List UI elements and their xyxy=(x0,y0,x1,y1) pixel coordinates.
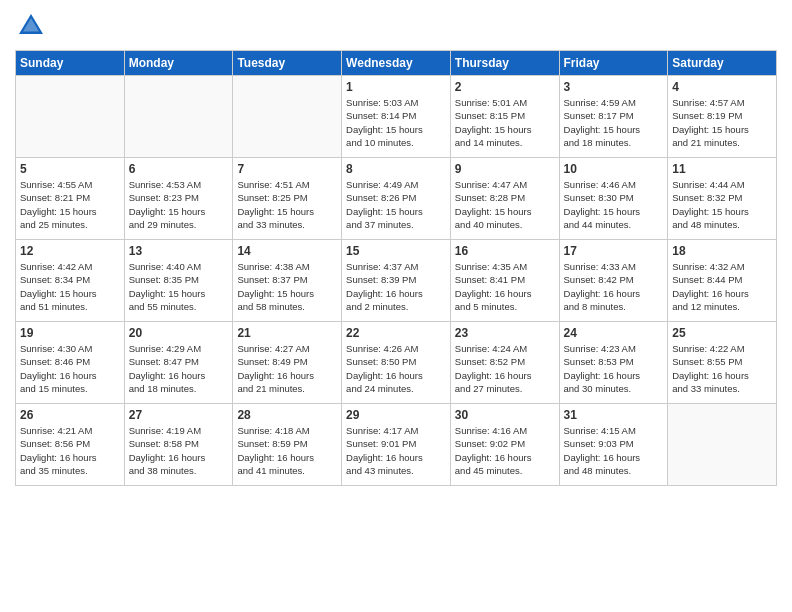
day-number: 9 xyxy=(455,162,555,176)
day-cell: 6Sunrise: 4:53 AM Sunset: 8:23 PM Daylig… xyxy=(124,158,233,240)
day-info: Sunrise: 4:35 AM Sunset: 8:41 PM Dayligh… xyxy=(455,260,555,313)
day-info: Sunrise: 4:49 AM Sunset: 8:26 PM Dayligh… xyxy=(346,178,446,231)
day-cell: 10Sunrise: 4:46 AM Sunset: 8:30 PM Dayli… xyxy=(559,158,668,240)
day-number: 5 xyxy=(20,162,120,176)
calendar-table: SundayMondayTuesdayWednesdayThursdayFrid… xyxy=(15,50,777,486)
day-info: Sunrise: 4:55 AM Sunset: 8:21 PM Dayligh… xyxy=(20,178,120,231)
day-cell xyxy=(233,76,342,158)
day-info: Sunrise: 4:32 AM Sunset: 8:44 PM Dayligh… xyxy=(672,260,772,313)
day-cell: 12Sunrise: 4:42 AM Sunset: 8:34 PM Dayli… xyxy=(16,240,125,322)
day-number: 28 xyxy=(237,408,337,422)
day-cell: 20Sunrise: 4:29 AM Sunset: 8:47 PM Dayli… xyxy=(124,322,233,404)
day-info: Sunrise: 4:30 AM Sunset: 8:46 PM Dayligh… xyxy=(20,342,120,395)
day-number: 23 xyxy=(455,326,555,340)
day-info: Sunrise: 5:03 AM Sunset: 8:14 PM Dayligh… xyxy=(346,96,446,149)
weekday-sunday: Sunday xyxy=(16,51,125,76)
day-cell: 5Sunrise: 4:55 AM Sunset: 8:21 PM Daylig… xyxy=(16,158,125,240)
day-cell: 25Sunrise: 4:22 AM Sunset: 8:55 PM Dayli… xyxy=(668,322,777,404)
day-number: 16 xyxy=(455,244,555,258)
day-info: Sunrise: 4:29 AM Sunset: 8:47 PM Dayligh… xyxy=(129,342,229,395)
day-cell: 18Sunrise: 4:32 AM Sunset: 8:44 PM Dayli… xyxy=(668,240,777,322)
logo-icon xyxy=(15,10,47,42)
day-number: 10 xyxy=(564,162,664,176)
week-row-2: 5Sunrise: 4:55 AM Sunset: 8:21 PM Daylig… xyxy=(16,158,777,240)
day-number: 11 xyxy=(672,162,772,176)
day-cell: 1Sunrise: 5:03 AM Sunset: 8:14 PM Daylig… xyxy=(342,76,451,158)
day-info: Sunrise: 4:23 AM Sunset: 8:53 PM Dayligh… xyxy=(564,342,664,395)
day-info: Sunrise: 4:17 AM Sunset: 9:01 PM Dayligh… xyxy=(346,424,446,477)
day-number: 12 xyxy=(20,244,120,258)
week-row-5: 26Sunrise: 4:21 AM Sunset: 8:56 PM Dayli… xyxy=(16,404,777,486)
day-cell: 27Sunrise: 4:19 AM Sunset: 8:58 PM Dayli… xyxy=(124,404,233,486)
day-cell xyxy=(668,404,777,486)
day-cell: 11Sunrise: 4:44 AM Sunset: 8:32 PM Dayli… xyxy=(668,158,777,240)
day-number: 20 xyxy=(129,326,229,340)
day-info: Sunrise: 4:15 AM Sunset: 9:03 PM Dayligh… xyxy=(564,424,664,477)
day-cell: 19Sunrise: 4:30 AM Sunset: 8:46 PM Dayli… xyxy=(16,322,125,404)
day-info: Sunrise: 4:47 AM Sunset: 8:28 PM Dayligh… xyxy=(455,178,555,231)
day-number: 29 xyxy=(346,408,446,422)
weekday-friday: Friday xyxy=(559,51,668,76)
day-info: Sunrise: 4:27 AM Sunset: 8:49 PM Dayligh… xyxy=(237,342,337,395)
day-cell xyxy=(16,76,125,158)
day-cell xyxy=(124,76,233,158)
day-info: Sunrise: 4:51 AM Sunset: 8:25 PM Dayligh… xyxy=(237,178,337,231)
day-info: Sunrise: 4:16 AM Sunset: 9:02 PM Dayligh… xyxy=(455,424,555,477)
day-number: 27 xyxy=(129,408,229,422)
day-info: Sunrise: 4:46 AM Sunset: 8:30 PM Dayligh… xyxy=(564,178,664,231)
day-number: 24 xyxy=(564,326,664,340)
day-cell: 29Sunrise: 4:17 AM Sunset: 9:01 PM Dayli… xyxy=(342,404,451,486)
week-row-1: 1Sunrise: 5:03 AM Sunset: 8:14 PM Daylig… xyxy=(16,76,777,158)
week-row-4: 19Sunrise: 4:30 AM Sunset: 8:46 PM Dayli… xyxy=(16,322,777,404)
day-cell: 22Sunrise: 4:26 AM Sunset: 8:50 PM Dayli… xyxy=(342,322,451,404)
day-cell: 28Sunrise: 4:18 AM Sunset: 8:59 PM Dayli… xyxy=(233,404,342,486)
day-cell: 3Sunrise: 4:59 AM Sunset: 8:17 PM Daylig… xyxy=(559,76,668,158)
header xyxy=(15,10,777,42)
day-number: 26 xyxy=(20,408,120,422)
day-number: 2 xyxy=(455,80,555,94)
weekday-monday: Monday xyxy=(124,51,233,76)
day-cell: 9Sunrise: 4:47 AM Sunset: 8:28 PM Daylig… xyxy=(450,158,559,240)
day-cell: 2Sunrise: 5:01 AM Sunset: 8:15 PM Daylig… xyxy=(450,76,559,158)
day-info: Sunrise: 4:33 AM Sunset: 8:42 PM Dayligh… xyxy=(564,260,664,313)
day-cell: 24Sunrise: 4:23 AM Sunset: 8:53 PM Dayli… xyxy=(559,322,668,404)
day-cell: 14Sunrise: 4:38 AM Sunset: 8:37 PM Dayli… xyxy=(233,240,342,322)
day-number: 4 xyxy=(672,80,772,94)
day-info: Sunrise: 4:21 AM Sunset: 8:56 PM Dayligh… xyxy=(20,424,120,477)
day-number: 8 xyxy=(346,162,446,176)
day-number: 14 xyxy=(237,244,337,258)
day-cell: 21Sunrise: 4:27 AM Sunset: 8:49 PM Dayli… xyxy=(233,322,342,404)
day-info: Sunrise: 4:18 AM Sunset: 8:59 PM Dayligh… xyxy=(237,424,337,477)
day-info: Sunrise: 4:44 AM Sunset: 8:32 PM Dayligh… xyxy=(672,178,772,231)
day-cell: 13Sunrise: 4:40 AM Sunset: 8:35 PM Dayli… xyxy=(124,240,233,322)
day-number: 13 xyxy=(129,244,229,258)
day-number: 22 xyxy=(346,326,446,340)
logo xyxy=(15,10,51,42)
day-info: Sunrise: 4:24 AM Sunset: 8:52 PM Dayligh… xyxy=(455,342,555,395)
day-info: Sunrise: 4:42 AM Sunset: 8:34 PM Dayligh… xyxy=(20,260,120,313)
weekday-tuesday: Tuesday xyxy=(233,51,342,76)
day-info: Sunrise: 4:22 AM Sunset: 8:55 PM Dayligh… xyxy=(672,342,772,395)
day-info: Sunrise: 4:40 AM Sunset: 8:35 PM Dayligh… xyxy=(129,260,229,313)
weekday-thursday: Thursday xyxy=(450,51,559,76)
day-number: 18 xyxy=(672,244,772,258)
day-info: Sunrise: 4:37 AM Sunset: 8:39 PM Dayligh… xyxy=(346,260,446,313)
day-number: 3 xyxy=(564,80,664,94)
day-cell: 16Sunrise: 4:35 AM Sunset: 8:41 PM Dayli… xyxy=(450,240,559,322)
day-number: 17 xyxy=(564,244,664,258)
day-cell: 4Sunrise: 4:57 AM Sunset: 8:19 PM Daylig… xyxy=(668,76,777,158)
day-number: 21 xyxy=(237,326,337,340)
day-info: Sunrise: 4:19 AM Sunset: 8:58 PM Dayligh… xyxy=(129,424,229,477)
day-number: 15 xyxy=(346,244,446,258)
day-number: 1 xyxy=(346,80,446,94)
day-info: Sunrise: 4:53 AM Sunset: 8:23 PM Dayligh… xyxy=(129,178,229,231)
day-cell: 23Sunrise: 4:24 AM Sunset: 8:52 PM Dayli… xyxy=(450,322,559,404)
day-number: 19 xyxy=(20,326,120,340)
day-cell: 15Sunrise: 4:37 AM Sunset: 8:39 PM Dayli… xyxy=(342,240,451,322)
day-cell: 7Sunrise: 4:51 AM Sunset: 8:25 PM Daylig… xyxy=(233,158,342,240)
day-info: Sunrise: 4:38 AM Sunset: 8:37 PM Dayligh… xyxy=(237,260,337,313)
day-number: 25 xyxy=(672,326,772,340)
day-cell: 31Sunrise: 4:15 AM Sunset: 9:03 PM Dayli… xyxy=(559,404,668,486)
day-number: 7 xyxy=(237,162,337,176)
day-cell: 26Sunrise: 4:21 AM Sunset: 8:56 PM Dayli… xyxy=(16,404,125,486)
